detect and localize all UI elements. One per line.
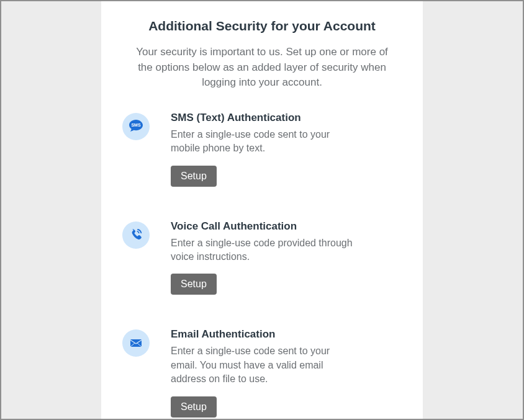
option-voice-title: Voice Call Authentication <box>171 220 357 233</box>
option-sms: SMS SMS (Text) Authentication Enter a si… <box>120 112 404 187</box>
page-title: Additional Security for your Account <box>120 19 404 34</box>
option-voice-body: Voice Call Authentication Enter a single… <box>171 220 357 295</box>
option-sms-body: SMS (Text) Authentication Enter a single… <box>171 112 357 187</box>
option-email: Email Authentication Enter a single-use … <box>120 328 404 417</box>
setup-email-button[interactable]: Setup <box>171 396 217 418</box>
svg-text:SMS: SMS <box>131 122 141 127</box>
security-card: Additional Security for your Account You… <box>101 1 423 419</box>
page-subtitle: Your security is important to us. Set up… <box>132 45 392 91</box>
sms-icon: SMS <box>122 113 150 140</box>
option-email-title: Email Authentication <box>171 328 357 341</box>
email-icon <box>122 329 150 357</box>
option-voice: Voice Call Authentication Enter a single… <box>120 220 404 295</box>
phone-icon <box>122 221 150 249</box>
app-frame: Additional Security for your Account You… <box>0 0 524 420</box>
right-gutter <box>423 1 523 419</box>
left-gutter <box>1 1 101 419</box>
option-email-desc: Enter a single-use code sent to your ema… <box>171 344 357 386</box>
setup-sms-button[interactable]: Setup <box>171 166 217 187</box>
option-voice-desc: Enter a single-use code provided through… <box>171 236 357 264</box>
option-sms-desc: Enter a single-use code sent to your mob… <box>171 128 357 156</box>
setup-voice-button[interactable]: Setup <box>171 274 217 295</box>
option-sms-title: SMS (Text) Authentication <box>171 112 357 124</box>
option-email-body: Email Authentication Enter a single-use … <box>171 328 357 417</box>
